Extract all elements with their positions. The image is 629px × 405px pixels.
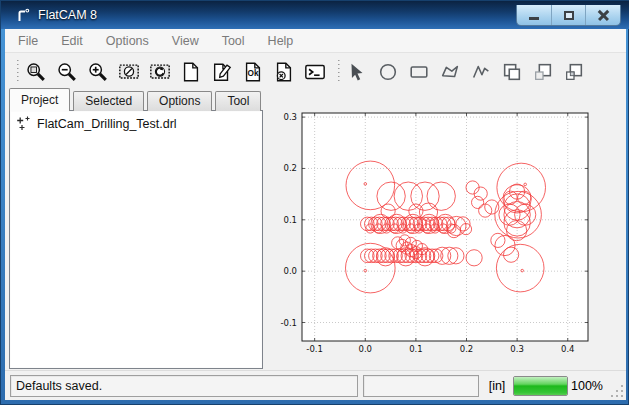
drill-marks-icon — [16, 116, 31, 131]
union-tool-button[interactable] — [500, 59, 524, 85]
shell-icon — [304, 61, 326, 83]
save-ok-button[interactable]: Ok — [241, 59, 265, 85]
open-project-button[interactable] — [210, 59, 234, 85]
progress-fill — [514, 377, 567, 395]
polygon-tool-icon — [439, 61, 461, 83]
y-tick-label: 0.2 — [283, 163, 297, 173]
flatcam-logo-icon — [15, 7, 31, 23]
tab-options[interactable]: Options — [147, 91, 212, 111]
status-secondary-field — [363, 375, 479, 397]
toolbar-handle-2[interactable] — [336, 60, 341, 84]
minimize-icon — [529, 17, 539, 20]
zoom-out-icon — [56, 61, 78, 83]
tree-item-label: FlatCam_Drilling_Test.drl — [37, 117, 177, 131]
open-project-icon — [211, 61, 233, 83]
menu-help[interactable]: Help — [258, 31, 304, 51]
circle-tool-button[interactable] — [376, 59, 400, 85]
menu-edit[interactable]: Edit — [51, 31, 93, 51]
menubar: File Edit Options View Tool Help — [5, 29, 626, 53]
zoom-fit-button[interactable] — [24, 59, 48, 85]
subtract-tool-button[interactable] — [531, 59, 555, 85]
status-message-field: Defaults saved. — [10, 375, 358, 397]
tab-tool[interactable]: Tool — [215, 91, 261, 111]
y-tick-label: 0.0 — [283, 266, 297, 276]
menu-options[interactable]: Options — [96, 31, 159, 51]
rectangle-tool-icon — [408, 61, 430, 83]
polyline-tool-button[interactable] — [469, 59, 493, 85]
window-title: FlatCAM 8 — [38, 8, 97, 22]
zoom-out-button[interactable] — [55, 59, 79, 85]
y-tick-label: 0.1 — [283, 215, 297, 225]
axes-background — [302, 113, 588, 341]
polygon-tool-button[interactable] — [438, 59, 462, 85]
close-button[interactable] — [586, 5, 620, 25]
polyline-tool-icon — [470, 61, 492, 83]
svg-text:Ok: Ok — [247, 69, 258, 78]
tab-selected[interactable]: Selected — [73, 91, 144, 111]
x-tick-label: -0.1 — [306, 344, 323, 354]
delete-object-button[interactable] — [272, 59, 296, 85]
x-tick-label: 0.4 — [561, 344, 575, 354]
replot-button[interactable] — [148, 59, 172, 85]
rectangle-tool-button[interactable] — [407, 59, 431, 85]
window-controls — [516, 5, 621, 26]
shell-button[interactable] — [303, 59, 327, 85]
intersect-tool-icon — [563, 61, 585, 83]
pointer-select-icon — [346, 61, 368, 83]
new-file-button[interactable] — [179, 59, 203, 85]
plot-svg: -0.10.00.10.20.30.4-0.10.00.10.20.3 — [267, 91, 622, 370]
menu-file[interactable]: File — [8, 31, 48, 51]
union-tool-icon — [501, 61, 523, 83]
toolbar-handle[interactable] — [15, 60, 20, 84]
subtract-tool-icon — [532, 61, 554, 83]
clear-plot-button[interactable] — [117, 59, 141, 85]
progress-bar — [513, 376, 568, 396]
minimize-button[interactable] — [517, 5, 552, 25]
plot-canvas[interactable]: -0.10.00.10.20.30.4-0.10.00.10.20.3 — [267, 91, 622, 370]
zoom-in-button[interactable] — [86, 59, 110, 85]
pointer-select-button[interactable] — [345, 59, 369, 85]
window-frame: FlatCAM 8 File Edit Options View Tool He… — [0, 0, 629, 405]
clear-plot-icon — [118, 61, 140, 83]
tree-item-drl[interactable]: FlatCam_Drilling_Test.drl — [10, 111, 262, 131]
progress-percent-label: 100% — [571, 379, 603, 393]
x-tick-label: 0.1 — [409, 344, 423, 354]
close-icon — [597, 10, 610, 21]
zoom-in-icon — [87, 61, 109, 83]
titlebar[interactable]: FlatCAM 8 — [1, 1, 629, 29]
x-tick-label: 0.3 — [510, 344, 524, 354]
tabbar: Project Selected Options Tool — [9, 90, 264, 111]
x-tick-label: 0.0 — [359, 344, 373, 354]
toolbar: Ok — [5, 54, 626, 90]
maximize-icon — [564, 11, 574, 20]
save-ok-icon: Ok — [242, 61, 264, 83]
intersect-tool-button[interactable] — [562, 59, 586, 85]
units-indicator: [in] — [485, 379, 509, 393]
y-tick-label: 0.3 — [283, 112, 297, 122]
statusbar: Defaults saved. [in] 100% — [5, 370, 626, 400]
zoom-fit-icon — [25, 61, 47, 83]
y-tick-label: -0.1 — [280, 318, 297, 328]
resize-grip[interactable] — [611, 385, 623, 397]
circle-tool-icon — [377, 61, 399, 83]
new-file-icon — [180, 61, 202, 83]
client-area: File Edit Options View Tool Help — [5, 29, 626, 400]
tab-project[interactable]: Project — [9, 88, 70, 111]
delete-object-icon — [273, 61, 295, 83]
maximize-button[interactable] — [552, 5, 587, 25]
menu-tool[interactable]: Tool — [212, 31, 255, 51]
project-tree-panel[interactable]: FlatCam_Drilling_Test.drl — [9, 110, 263, 369]
replot-icon — [149, 61, 171, 83]
menu-view[interactable]: View — [162, 31, 209, 51]
x-tick-label: 0.2 — [460, 344, 474, 354]
